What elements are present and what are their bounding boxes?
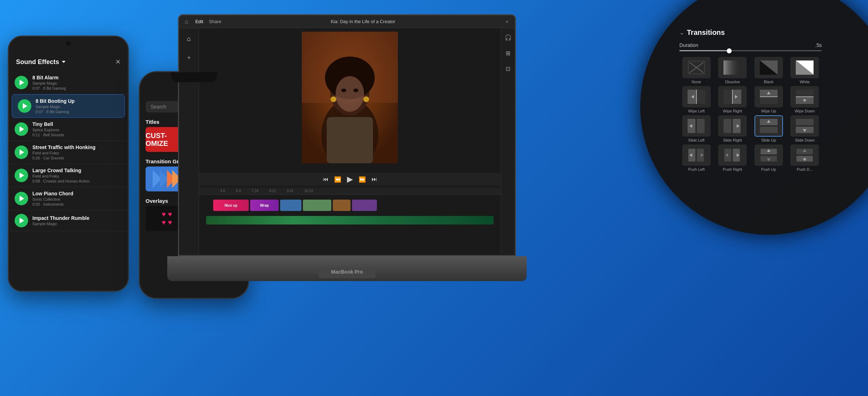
sound-name: Street Traffic with Honking xyxy=(32,144,122,150)
transition-thumb-push-left[interactable] xyxy=(682,144,711,166)
timeline-clip[interactable] xyxy=(303,200,331,211)
transition-thumb-slide-left[interactable] xyxy=(682,115,711,137)
transition-push-left[interactable]: Push Left xyxy=(679,144,714,171)
transition-white[interactable]: White xyxy=(788,57,822,84)
sound-info: Street Traffic with Honking Field and Fo… xyxy=(32,144,122,160)
timeline-clip[interactable] xyxy=(333,200,351,211)
play-button[interactable] xyxy=(18,99,31,113)
transition-thumb-wipe-right[interactable] xyxy=(718,86,747,107)
laptop-screen: ⌂ Edit Share Kia: Day in the Life of a C… xyxy=(178,14,516,256)
push-up-icon xyxy=(760,148,778,162)
sound-item[interactable]: 8 Bit Alarm Sample Magic 0:07 · 8 Bit Ga… xyxy=(9,71,128,94)
sidebar-home-icon[interactable]: ⌂ xyxy=(183,32,195,45)
step-back-button[interactable]: ⏪ xyxy=(334,176,341,183)
grid-icon[interactable]: ⊞ xyxy=(503,48,513,58)
laptop-base: MacBook Pro xyxy=(167,256,527,281)
play-button[interactable] xyxy=(15,214,28,227)
transition-thumb-slide-right[interactable] xyxy=(718,115,747,137)
transition-dissolve[interactable]: Dissolve xyxy=(716,57,750,84)
sound-meta: Splice Explores xyxy=(32,128,122,132)
sound-item[interactable]: Street Traffic with Honking Field and Fo… xyxy=(9,141,128,164)
duration-value: .5s xyxy=(815,42,822,48)
transition-label-wipe-up: Wipe Up xyxy=(761,109,776,113)
transition-slide-left[interactable]: Slide Left xyxy=(679,115,714,142)
transition-thumb-slide-up[interactable] xyxy=(754,115,783,137)
skip-back-button[interactable]: ⏮ xyxy=(323,176,328,183)
transition-push-up[interactable]: Push Up xyxy=(752,144,786,171)
slide-right-icon xyxy=(724,119,741,133)
transition-none[interactable]: None xyxy=(679,57,714,84)
transition-wipe-right[interactable]: Wipe Right xyxy=(716,86,750,113)
timeline-clip-wrap[interactable]: Wrap xyxy=(250,200,279,211)
wipe-left-icon xyxy=(688,90,705,104)
wipe-up-icon xyxy=(760,90,778,104)
slider-thumb[interactable] xyxy=(727,48,732,53)
svg-rect-50 xyxy=(760,127,778,133)
transition-slide-right[interactable]: Slide Right xyxy=(716,115,750,142)
play-button[interactable] xyxy=(15,169,28,182)
duration-slider[interactable] xyxy=(679,50,822,51)
sound-item[interactable]: Tiny Bell Splice Explores 0:11 · Bell So… xyxy=(9,118,128,141)
video-title: Kia: Day in the Life of a Creator xyxy=(228,19,498,24)
transition-thumb-wipe-down[interactable] xyxy=(790,86,819,107)
transition-thumb-wipe-left[interactable] xyxy=(682,86,711,107)
timeline-clip-nice-up[interactable]: Nice up xyxy=(213,200,249,211)
sound-item-active[interactable]: 8 Bit Booting Up Sample Magic 0:07 · 8 B… xyxy=(12,94,125,118)
home-icon[interactable]: ⌂ xyxy=(185,19,188,25)
sound-item[interactable]: Impact Thunder Rumble Sample Magic xyxy=(9,210,128,231)
transition-thumb-wipe-up[interactable] xyxy=(754,86,783,107)
svg-rect-22 xyxy=(724,60,741,75)
timeline-clip[interactable] xyxy=(280,200,301,211)
close-button[interactable]: ✕ xyxy=(115,58,121,66)
play-icon xyxy=(20,196,24,201)
sound-item[interactable]: Large Crowd Talking Field and Foley 0:58… xyxy=(9,164,128,187)
nav-share[interactable]: Share xyxy=(209,19,221,24)
transition-label-slide-right: Slide Right xyxy=(723,138,742,142)
laptop-content: ⌂ ＋ ⊡ xyxy=(179,28,515,255)
transition-thumb-none[interactable] xyxy=(682,57,711,78)
transition-slide-down[interactable]: Slide Down xyxy=(788,115,822,142)
play-button[interactable] xyxy=(15,192,28,205)
skip-forward-button[interactable]: ⏭ xyxy=(372,176,377,183)
transition-thumb-white[interactable] xyxy=(790,57,819,78)
sidebar-add-icon[interactable]: ＋ xyxy=(183,51,195,64)
play-button[interactable]: ▶ xyxy=(347,175,353,184)
transition-push-down[interactable]: Push D... xyxy=(788,144,822,171)
play-button[interactable] xyxy=(15,122,28,136)
play-button[interactable] xyxy=(15,146,28,159)
collapse-icon[interactable]: ⌄ xyxy=(679,29,684,36)
sound-name: 8 Bit Alarm xyxy=(32,75,122,80)
crop-icon[interactable]: ⊡ xyxy=(503,64,513,74)
svg-point-18 xyxy=(363,96,369,102)
svg-rect-36 xyxy=(760,97,778,104)
transition-thumb-dissolve[interactable] xyxy=(718,57,747,78)
play-button[interactable] xyxy=(15,76,28,89)
nav-edit[interactable]: Edit xyxy=(195,19,203,24)
transition-thumb-push-up[interactable] xyxy=(754,144,783,166)
duration-label: Duration xyxy=(679,42,698,48)
transition-black[interactable]: Black xyxy=(752,57,786,84)
chevron-down-icon[interactable] xyxy=(62,61,65,63)
clip-label: Wrap xyxy=(260,204,269,207)
transition-wipe-down[interactable]: Wipe Down xyxy=(788,86,822,113)
step-forward-button[interactable]: ⏩ xyxy=(359,176,366,183)
transition-label-slide-down: Slide Down xyxy=(795,138,815,142)
transition-wipe-left[interactable]: Wipe Left xyxy=(679,86,714,113)
headphones-icon[interactable]: 🎧 xyxy=(503,32,513,42)
laptop-main: ⏮ ⏪ ▶ ⏩ ⏭ 4.6 6.4 7.24 8.31 9.41 10.52 xyxy=(199,28,501,255)
transition-slide-up[interactable]: Slide Up xyxy=(752,115,786,142)
timeline-clip[interactable] xyxy=(352,200,377,211)
transition-thumb-slide-down[interactable] xyxy=(790,115,819,137)
transitions-panel-title: Transitions xyxy=(687,28,725,37)
add-icon[interactable]: ＋ xyxy=(505,19,509,25)
slide-down-icon xyxy=(796,119,814,133)
sound-item[interactable]: Low Piano Chord Sonic Collective 0:02 · … xyxy=(9,187,128,210)
transition-label-push-left: Push Left xyxy=(688,167,705,171)
transition-push-right[interactable]: Push Right xyxy=(716,144,750,171)
svg-rect-28 xyxy=(696,90,705,104)
sound-info: Low Piano Chord Sonic Collective 0:02 · … xyxy=(32,191,122,206)
transition-thumb-push-right[interactable] xyxy=(718,144,747,166)
transition-wipe-up[interactable]: Wipe Up xyxy=(752,86,786,113)
transition-thumb-black[interactable] xyxy=(754,57,783,78)
transition-thumb-push-down[interactable] xyxy=(790,144,819,166)
